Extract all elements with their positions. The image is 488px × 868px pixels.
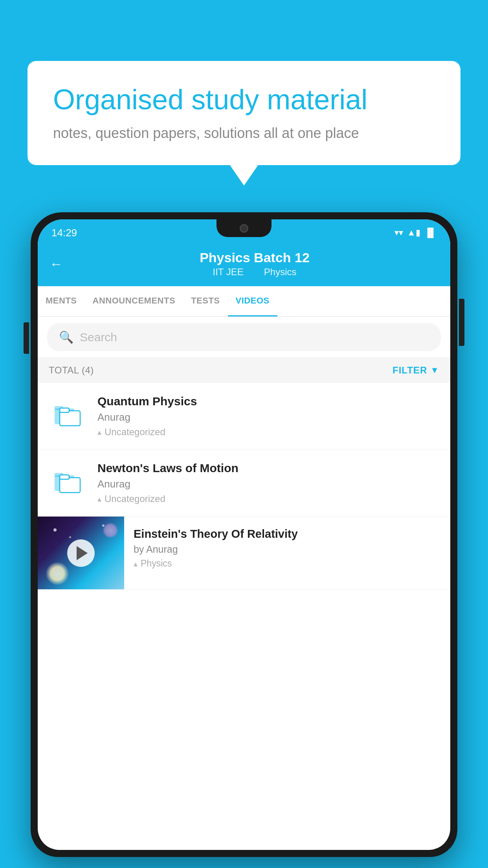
battery-icon: ▐▌ — [424, 228, 437, 238]
video-folder-icon — [49, 462, 88, 501]
tab-tests[interactable]: TESTS — [183, 286, 227, 316]
search-box[interactable]: 🔍 Search — [47, 323, 441, 351]
filter-icon: ▼ — [430, 365, 439, 375]
video-author: Anurag — [97, 411, 439, 423]
play-icon — [77, 546, 88, 560]
tab-videos[interactable]: VIDEOS — [228, 286, 277, 316]
back-button[interactable]: ← — [50, 256, 63, 272]
wifi-icon: ▾▾ — [394, 228, 403, 238]
tab-ments[interactable]: MENTS — [38, 286, 85, 316]
search-input[interactable]: Search — [80, 331, 117, 344]
tag-label: Uncategorized — [105, 493, 165, 504]
svg-rect-2 — [60, 411, 80, 426]
svg-rect-7 — [60, 475, 69, 479]
filter-button[interactable]: FILTER ▼ — [393, 365, 439, 376]
svg-rect-6 — [60, 478, 80, 493]
video-title: Quantum Physics — [97, 395, 439, 408]
video-title: Newton's Laws of Motion — [97, 462, 439, 475]
subtitle-part1: IIT JEE — [213, 267, 244, 277]
front-camera — [240, 224, 248, 233]
total-count: TOTAL (4) — [49, 365, 94, 376]
content-area: Quantum Physics Anurag ▴ Uncategorized — [38, 383, 450, 590]
phone-screen: 14:29 ▾▾ ▲▮ ▐▌ ← Physics Batch 12 IIT JE… — [38, 219, 450, 850]
status-icons: ▾▾ ▲▮ ▐▌ — [394, 228, 437, 238]
video-title: Einstein's Theory Of Relativity — [134, 528, 441, 541]
video-folder-icon — [49, 395, 88, 434]
search-container: 🔍 Search — [38, 317, 450, 358]
bubble-subtext: notes, question papers, solutions all at… — [53, 125, 435, 142]
status-time: 14:29 — [51, 227, 77, 239]
tag-icon: ▴ — [134, 559, 138, 568]
page-subtitle: IIT JEE Physics — [71, 267, 438, 278]
phone-notch — [216, 219, 272, 237]
video-tag: ▴ Uncategorized — [97, 427, 439, 438]
subtitle-separator — [252, 267, 257, 277]
tag-label: Physics — [141, 558, 172, 569]
list-item[interactable]: Einstein's Theory Of Relativity by Anura… — [38, 517, 450, 590]
play-button[interactable] — [67, 539, 95, 567]
video-tag: ▴ Physics — [134, 558, 441, 569]
header-title-area: Physics Batch 12 IIT JEE Physics — [71, 250, 438, 278]
list-item[interactable]: Quantum Physics Anurag ▴ Uncategorized — [38, 383, 450, 450]
list-item[interactable]: Newton's Laws of Motion Anurag ▴ Uncateg… — [38, 450, 450, 517]
signal-icon: ▲▮ — [407, 228, 420, 238]
filter-label: FILTER — [393, 365, 427, 376]
tab-announcements[interactable]: ANNOUNCEMENTS — [85, 286, 183, 316]
page-title: Physics Batch 12 — [71, 250, 438, 265]
svg-rect-3 — [60, 408, 69, 412]
video-details: Newton's Laws of Motion Anurag ▴ Uncateg… — [97, 462, 439, 504]
tab-bar: MENTS ANNOUNCEMENTS TESTS VIDEOS — [38, 286, 450, 317]
video-author: by Anurag — [134, 544, 441, 555]
tag-label: Uncategorized — [105, 427, 165, 438]
video-author: Anurag — [97, 478, 439, 490]
video-details: Einstein's Theory Of Relativity by Anura… — [124, 517, 450, 589]
filter-bar: TOTAL (4) FILTER ▼ — [38, 358, 450, 383]
bubble-heading: Organised study material — [53, 83, 435, 116]
phone-outer-shell: 14:29 ▾▾ ▲▮ ▐▌ ← Physics Batch 12 IIT JE… — [31, 212, 457, 857]
tag-icon: ▴ — [97, 494, 101, 504]
tag-icon: ▴ — [97, 427, 101, 437]
speech-bubble-card: Organised study material notes, question… — [28, 61, 460, 165]
video-thumbnail — [38, 517, 124, 589]
subtitle-part2: Physics — [264, 267, 297, 277]
app-header: ← Physics Batch 12 IIT JEE Physics — [38, 243, 450, 286]
video-tag: ▴ Uncategorized — [97, 493, 439, 504]
video-details: Quantum Physics Anurag ▴ Uncategorized — [97, 395, 439, 438]
search-icon: 🔍 — [59, 330, 73, 344]
phone-mockup: 14:29 ▾▾ ▲▮ ▐▌ ← Physics Batch 12 IIT JE… — [31, 212, 457, 868]
speech-bubble-section: Organised study material notes, question… — [28, 61, 460, 165]
